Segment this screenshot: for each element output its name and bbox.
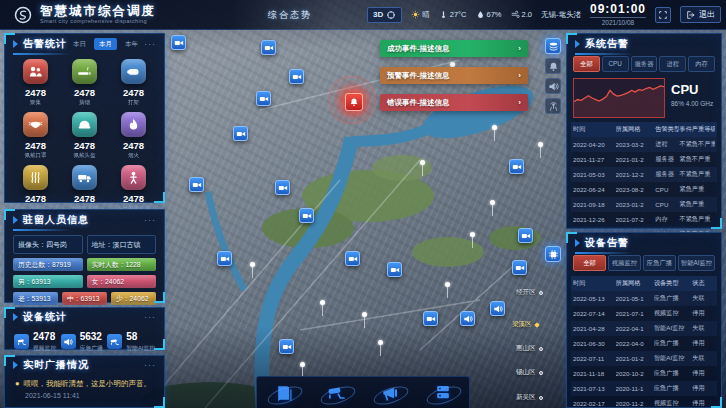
camera-marker[interactable] <box>256 91 271 106</box>
sensor-dot[interactable] <box>420 160 425 165</box>
sensor-dot[interactable] <box>490 200 495 205</box>
sensor-dot[interactable] <box>378 340 383 345</box>
table-row[interactable]: 2021-09-182023-01-2CPU紧急严重 <box>571 197 717 212</box>
table-cell: 停用 <box>692 384 715 393</box>
tab-本年[interactable]: 本年 <box>120 38 143 50</box>
table-cell: 不紧急不严重 <box>679 140 715 149</box>
camera-marker[interactable] <box>275 180 290 195</box>
sensor-dot[interactable] <box>250 262 255 267</box>
device-stats-more-button[interactable]: ··· <box>144 312 156 322</box>
table-row[interactable]: 2022-07-112021-01-2智能AI监控失联 <box>571 351 717 366</box>
system-alarm-table: 时间所属网格告警类型事件严重等级2022-04-202023-03-2进程不紧急… <box>567 120 721 244</box>
sensor-dot[interactable] <box>362 312 367 317</box>
broadcast-more-button[interactable]: ··· <box>144 360 156 370</box>
camera-marker[interactable] <box>509 159 524 174</box>
camera-marker[interactable] <box>299 208 314 223</box>
alarm-marker[interactable] <box>345 93 363 111</box>
alarm-tile-佩戴口罩[interactable]: 2478佩戴口罩 <box>11 112 60 160</box>
camera-marker[interactable] <box>518 228 533 243</box>
tab-全部[interactable]: 全部 <box>573 255 606 271</box>
table-row[interactable]: 2021-11-272021-01-2服务器紧急不严重 <box>571 152 717 167</box>
rail-button-radio[interactable] <box>545 98 561 114</box>
personnel-more-button[interactable]: ··· <box>144 215 156 225</box>
device-count: 5632 <box>80 332 103 342</box>
tab-智能AI监控[interactable]: 智能AI监控 <box>678 255 715 271</box>
rail-button-speaker[interactable] <box>545 78 561 94</box>
alarm-tile-土渣车未盖[interactable]: 2478土渣车未盖 <box>60 165 109 213</box>
camera-marker[interactable] <box>171 35 186 50</box>
fullscreen-button[interactable] <box>655 7 671 23</box>
event-log-button[interactable] <box>270 380 298 406</box>
camera-marker[interactable] <box>279 339 294 354</box>
camera-marker[interactable] <box>189 177 204 192</box>
table-cell: 2020-11-1 <box>616 385 654 392</box>
table-row[interactable]: 2021-04-282022-04-1智能AI监控失联 <box>571 321 717 336</box>
alarm-tile-佩戴头盔[interactable]: 2478佩戴头盔 <box>60 112 109 160</box>
event-banner-success[interactable]: 成功事件-描述信息› <box>380 40 528 57</box>
alarm-tile-人员越界告警[interactable]: 2478人员越界告警 <box>109 165 158 213</box>
tab-视频监控[interactable]: 视频监控 <box>608 255 641 271</box>
tab-内存[interactable]: 内存 <box>688 56 715 72</box>
table-row[interactable]: 2021-05-032021-12-2服务器不紧急严重 <box>571 167 717 182</box>
alarm-tile-打架[interactable]: 2478打架 <box>109 59 158 107</box>
district-label-经开区[interactable]: 经开区 <box>516 288 543 297</box>
table-row[interactable]: 2021-06-302022-04-0应急广播停用 <box>571 336 717 351</box>
district-label-梁溪区[interactable]: 梁溪区 <box>512 320 539 329</box>
alarm-tile-火灾[interactable]: 2478火灾 <box>11 165 60 213</box>
rail-button-bell[interactable] <box>545 58 561 74</box>
broadcast-button[interactable] <box>376 380 404 406</box>
speaker-marker[interactable] <box>460 311 475 326</box>
rail-button-chip[interactable] <box>545 246 561 262</box>
district-label-惠山区[interactable]: 惠山区 <box>516 344 543 353</box>
alarm-tile-抽烟[interactable]: 2478抽烟 <box>60 59 109 107</box>
table-row[interactable]: 2021-12-262021-07-2内存不紧急严重 <box>571 212 717 227</box>
camera-marker[interactable] <box>261 40 276 55</box>
tab-overview[interactable]: 综合态势 <box>268 9 312 22</box>
camera-marker[interactable] <box>217 251 232 266</box>
3d-mode-button[interactable]: 3D <box>367 7 402 23</box>
tab-服务器[interactable]: 服务器 <box>631 56 658 72</box>
alarm-tile-烟火[interactable]: 2478烟火 <box>109 112 158 160</box>
sensor-dot[interactable] <box>320 300 325 305</box>
camera-marker[interactable] <box>345 251 360 266</box>
rail-button-layers[interactable] <box>545 38 561 54</box>
device-count: 58 <box>126 332 155 342</box>
tab-CPU[interactable]: CPU <box>602 56 629 72</box>
table-row[interactable]: 2021-07-132020-11-1应急广播停用 <box>571 381 717 396</box>
personnel-info-row: 摄像头：四号岗 地址：溪口古镇 <box>5 230 164 254</box>
tab-全部[interactable]: 全部 <box>573 56 600 72</box>
camera-marker[interactable] <box>423 311 438 326</box>
camera-marker[interactable] <box>289 69 304 84</box>
tab-本日[interactable]: 本日 <box>68 38 91 50</box>
sensor-dot[interactable] <box>492 125 497 130</box>
device-stat-智能AI监控[interactable]: 58智能AI监控 <box>107 332 155 353</box>
tab-进程[interactable]: 进程 <box>659 56 686 72</box>
sensor-dot[interactable] <box>445 282 450 287</box>
tab-本月[interactable]: 本月 <box>94 38 117 50</box>
table-row[interactable]: 2022-06-242023-08-2CPU紧急严重 <box>571 182 717 197</box>
device-stat-视频监控[interactable]: 2478视频监控 <box>14 332 56 353</box>
table-row[interactable]: 2022-05-132021-05-1应急广播失联 <box>571 291 717 306</box>
event-banner-warning[interactable]: 预警事件-描述信息› <box>380 67 528 84</box>
table-row[interactable]: 2021-11-182020-10-2应急广播停用 <box>571 366 717 381</box>
table-row[interactable]: 2022-04-202023-03-2进程不紧急不严重 <box>571 137 717 152</box>
sensor-dot[interactable] <box>538 142 543 147</box>
camera-marker[interactable] <box>512 260 527 275</box>
district-label-锡山区[interactable]: 锡山区 <box>516 368 543 377</box>
alarm-tile-聚集[interactable]: 2478聚集 <box>11 59 60 107</box>
sensor-dot[interactable] <box>300 362 305 367</box>
table-row[interactable]: 2022-07-142021-07-1视频监控停用 <box>571 306 717 321</box>
sensor-dot[interactable] <box>470 232 475 237</box>
device-list-button[interactable] <box>429 380 457 406</box>
table-row[interactable]: 2022-02-172020-11-2视频监控停用 <box>571 396 717 408</box>
tab-应急广播[interactable]: 应急广播 <box>643 255 676 271</box>
district-label-新吴区[interactable]: 新吴区 <box>516 393 543 402</box>
logout-button[interactable]: 退出 <box>680 6 721 23</box>
event-banner-error[interactable]: 错误事件-描述信息› <box>380 94 528 111</box>
device-stat-应急广播[interactable]: 5632应急广播 <box>61 332 103 353</box>
camera-button[interactable] <box>323 380 351 406</box>
camera-marker[interactable] <box>233 126 248 141</box>
alarm-more-button[interactable]: ··· <box>144 39 156 49</box>
camera-marker[interactable] <box>387 262 402 277</box>
speaker-marker[interactable] <box>490 301 505 316</box>
